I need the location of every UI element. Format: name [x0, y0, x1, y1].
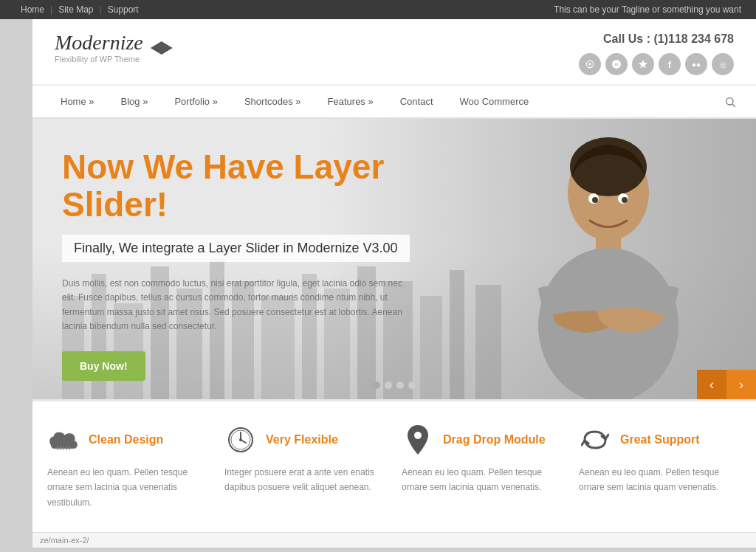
feature-great-support-header: Great Support [579, 424, 741, 456]
cloud-icon [47, 424, 80, 456]
nav-item-woocommerce[interactable]: Woo Commerce [447, 86, 543, 117]
site-header: Modernize Flexibility of WP Theme Call U… [32, 19, 756, 85]
person-svg [490, 134, 726, 399]
feature-very-flexible-header: Very Flexible [224, 424, 387, 456]
slider-arrows: ‹ › [697, 370, 756, 399]
logo-area: Modernize Flexibility of WP Theme [55, 32, 173, 63]
hero-subtitle-box: Finally, We integrate a Layer Slider in … [62, 235, 410, 262]
slider-next-button[interactable]: › [726, 370, 756, 399]
feature-drag-drop-body: Aenean eu leo quam. Pellen tesque ornare… [402, 465, 564, 495]
feature-drag-drop: Drag Drop Module Aenean eu leo quam. Pel… [402, 424, 564, 510]
social-icon-3[interactable] [632, 53, 654, 75]
buy-now-button[interactable]: Buy Now! [62, 351, 145, 381]
main-nav: Home » Blog » Portfolio » Shortcodes » F… [32, 85, 756, 119]
hero-title: Now We Have Layer Slider! [62, 148, 490, 223]
status-bar: ze/main-ex-2/ [32, 532, 756, 548]
feature-clean-design-header: Clean Design [47, 424, 210, 456]
feature-drag-drop-header: Drag Drop Module [402, 424, 564, 456]
svg-point-2 [726, 97, 733, 104]
feature-great-support-title: Great Support [620, 433, 700, 446]
pin-icon [402, 424, 434, 456]
clock-icon [224, 424, 257, 456]
svg-point-26 [622, 197, 628, 203]
hero-person-image [490, 134, 726, 399]
slider-dots [373, 382, 416, 389]
svg-point-1 [588, 63, 591, 66]
svg-line-3 [732, 104, 735, 107]
nav-item-home[interactable]: Home » [47, 86, 108, 117]
main-container: Modernize Flexibility of WP Theme Call U… [32, 19, 756, 548]
slider-prev-button[interactable]: ‹ [697, 370, 726, 399]
slider-dot-1[interactable] [373, 382, 380, 389]
svg-point-31 [239, 438, 242, 441]
hero-slider: Now We Have Layer Slider! Finally, We in… [32, 119, 756, 399]
slider-dot-2[interactable] [385, 382, 392, 389]
slider-dot-4[interactable] [408, 382, 416, 389]
feature-great-support-body: Aenean eu leo quam. Pellen tesque ornare… [579, 465, 741, 495]
features-section: Clean Design Aenean eu leo quam. Pellen … [32, 399, 756, 532]
search-button[interactable] [719, 91, 741, 113]
refresh-icon [579, 424, 611, 456]
feature-great-support: Great Support Aenean eu leo quam. Pellen… [579, 424, 741, 510]
top-bar: Home | Site Map | Support This can be yo… [0, 0, 756, 19]
lastfm-icon[interactable]: ◎ [712, 53, 734, 75]
hero-subtitle: Finally, We integrate a Layer Slider in … [74, 241, 398, 256]
feature-clean-design-title: Clean Design [89, 433, 163, 446]
feature-very-flexible-body: Integer posuere erat a ante ven enatis d… [224, 465, 387, 495]
hero-content: Now We Have Layer Slider! Finally, We in… [62, 148, 490, 381]
slider-dot-3[interactable] [396, 382, 404, 389]
feature-very-flexible: Very Flexible Integer posuere erat a ant… [224, 424, 387, 510]
feature-drag-drop-title: Drag Drop Module [443, 433, 546, 446]
feature-clean-design: Clean Design Aenean eu leo quam. Pellen … [47, 424, 210, 510]
svg-point-32 [414, 432, 422, 439]
nav-support-link[interactable]: Support [102, 4, 145, 15]
flickr-icon[interactable]: ●● [685, 53, 707, 75]
nav-item-shortcodes[interactable]: Shortcodes » [231, 86, 315, 117]
social-icon-1[interactable] [579, 53, 601, 75]
logo-diamond-icon [151, 41, 173, 55]
logo-subtitle: Flexibility of WP Theme [55, 55, 143, 63]
nav-item-features[interactable]: Features » [315, 86, 387, 117]
call-us: Call Us : (1)118 234 678 [579, 32, 734, 46]
nav-sitemap-link[interactable]: Site Map [52, 4, 99, 15]
hero-body: Duis mollis, est non commodo luctus, nis… [62, 277, 416, 334]
logo-text: Modernize [55, 32, 143, 53]
tagline: This can be your Tagline or something yo… [554, 4, 741, 15]
svg-point-25 [592, 197, 598, 203]
feature-clean-design-body: Aenean eu leo quam. Pellen tesque ornare… [47, 465, 210, 510]
nav-items: Home » Blog » Portfolio » Shortcodes » F… [47, 86, 719, 117]
header-right: Call Us : (1)118 234 678 f ●● ◎ [579, 32, 734, 75]
nav-item-blog[interactable]: Blog » [108, 86, 162, 117]
social-icons: f ●● ◎ [579, 53, 734, 75]
nav-home-link[interactable]: Home [15, 4, 50, 15]
logo-block: Modernize Flexibility of WP Theme [55, 32, 143, 63]
top-bar-nav: Home | Site Map | Support [15, 4, 145, 15]
feature-very-flexible-title: Very Flexible [266, 433, 338, 446]
social-icon-2[interactable] [605, 53, 628, 75]
nav-item-portfolio[interactable]: Portfolio » [161, 86, 231, 117]
facebook-icon[interactable]: f [659, 53, 681, 75]
nav-item-contact[interactable]: Contact [387, 86, 447, 117]
